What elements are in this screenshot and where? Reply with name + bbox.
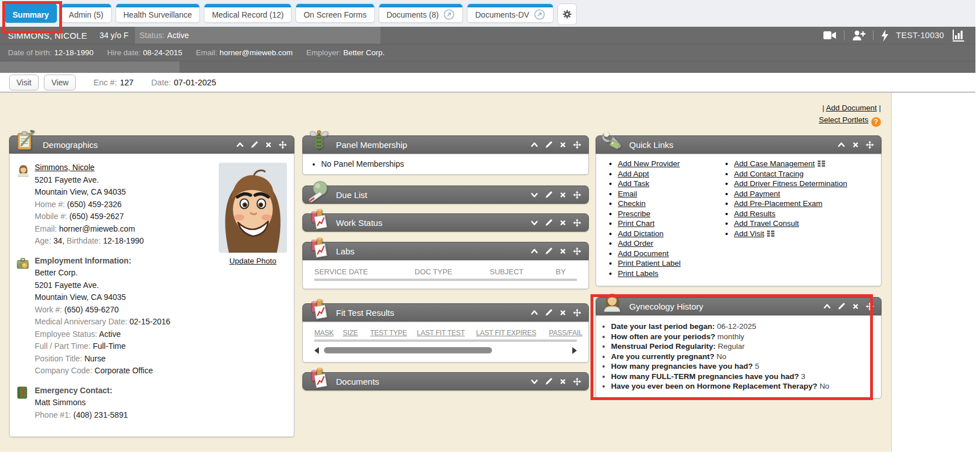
quick-link[interactable]: Add Appt bbox=[618, 169, 716, 179]
edit-icon[interactable] bbox=[544, 247, 553, 256]
close-icon[interactable] bbox=[559, 141, 567, 149]
close-icon[interactable] bbox=[559, 308, 567, 317]
close-icon[interactable] bbox=[851, 302, 860, 311]
quick-link[interactable]: Add New Provider bbox=[618, 159, 716, 169]
scroll-left-arrow[interactable] bbox=[314, 347, 319, 354]
portlet-work-status-header[interactable]: Work Status bbox=[302, 213, 589, 232]
quick-link[interactable]: Add Case Management bbox=[734, 159, 847, 169]
expand-icon[interactable] bbox=[530, 219, 539, 227]
edit-icon[interactable] bbox=[837, 302, 846, 311]
video-call-icon[interactable] bbox=[823, 30, 837, 40]
flowsheet-chart-icon[interactable] bbox=[952, 30, 965, 42]
close-icon[interactable] bbox=[559, 219, 567, 227]
close-icon[interactable] bbox=[559, 247, 567, 256]
quick-link[interactable]: Add Pre-Placement Exam bbox=[734, 199, 847, 209]
edit-icon[interactable] bbox=[544, 219, 553, 227]
quick-link[interactable]: Add Task bbox=[618, 179, 716, 189]
chart-document-icon bbox=[307, 207, 331, 231]
caduceus-icon bbox=[307, 129, 331, 153]
move-icon[interactable] bbox=[866, 302, 874, 311]
move-icon[interactable] bbox=[573, 247, 581, 256]
quick-link[interactable]: Print Patient Label bbox=[618, 258, 716, 269]
tab-health-surveillance[interactable]: Health Surveillance bbox=[116, 3, 200, 23]
edit-icon[interactable] bbox=[544, 377, 553, 386]
edit-icon[interactable] bbox=[544, 141, 553, 149]
quick-action-bolt-icon[interactable] bbox=[881, 30, 889, 42]
tab-summary[interactable]: Summary bbox=[5, 3, 57, 23]
quick-link[interactable]: Add Order bbox=[618, 238, 716, 249]
portlet-labs-header[interactable]: Labs bbox=[302, 242, 589, 260]
portlet-documents-header[interactable]: Documents bbox=[302, 372, 589, 390]
move-icon[interactable] bbox=[573, 141, 581, 149]
close-icon[interactable] bbox=[264, 141, 273, 149]
scrollbar-thumb[interactable] bbox=[324, 347, 492, 353]
quick-link[interactable]: Checkin bbox=[618, 199, 716, 209]
fit-col-last-fit-expires[interactable]: LAST FIT EXPIRES bbox=[476, 329, 549, 337]
move-icon[interactable] bbox=[278, 141, 287, 149]
fit-col-mask[interactable]: MASK bbox=[314, 329, 343, 337]
help-icon[interactable]: ? bbox=[871, 117, 881, 127]
open-new-window-icon[interactable] bbox=[534, 9, 546, 20]
quick-link[interactable]: Add Results bbox=[734, 209, 847, 219]
fit-col-last-fit-test[interactable]: LAST FIT TEST bbox=[417, 329, 476, 337]
quick-link[interactable]: Print Chart bbox=[618, 219, 716, 229]
update-photo-link[interactable]: Update Photo bbox=[229, 257, 277, 265]
quick-link[interactable]: Print Labels bbox=[618, 269, 716, 279]
quick-link[interactable]: Add Document bbox=[618, 249, 716, 259]
tab-on-screen-forms[interactable]: On Screen Forms bbox=[296, 3, 374, 23]
close-icon[interactable] bbox=[559, 191, 567, 199]
woman-icon bbox=[600, 291, 624, 315]
collapse-icon[interactable] bbox=[837, 141, 846, 149]
quick-link[interactable]: Email bbox=[618, 189, 716, 199]
open-new-window-icon[interactable] bbox=[443, 9, 455, 20]
quick-link[interactable]: Add Payment bbox=[734, 189, 847, 199]
collapse-icon[interactable] bbox=[236, 141, 244, 149]
fit-col-test-type[interactable]: TEST TYPE bbox=[370, 329, 417, 337]
move-icon[interactable] bbox=[573, 308, 581, 317]
collapse-icon[interactable] bbox=[530, 308, 539, 317]
tab-medical-record[interactable]: Medical Record (12) bbox=[204, 3, 292, 23]
patient-name-link[interactable]: Simmons, Nicole bbox=[35, 163, 95, 172]
tab-documents-dv[interactable]: Documents-DV bbox=[467, 3, 553, 23]
move-icon[interactable] bbox=[573, 191, 581, 199]
move-icon[interactable] bbox=[866, 141, 874, 149]
expand-icon[interactable] bbox=[530, 191, 539, 199]
visit-button[interactable]: Visit bbox=[9, 75, 39, 90]
portlet-quick-links-header[interactable]: Quick Links bbox=[596, 135, 881, 154]
edit-icon[interactable] bbox=[544, 191, 553, 199]
portlet-due-list-header[interactable]: Due List bbox=[302, 186, 589, 204]
close-icon[interactable] bbox=[851, 141, 860, 149]
select-portlets-link[interactable]: Select Portlets bbox=[819, 116, 868, 124]
expand-icon[interactable] bbox=[530, 377, 539, 386]
tab-admin[interactable]: Admin (5) bbox=[61, 3, 112, 23]
scroll-right-arrow[interactable] bbox=[572, 347, 577, 354]
collapse-icon[interactable] bbox=[530, 247, 539, 256]
tab-documents[interactable]: Documents (8) bbox=[379, 3, 464, 23]
email-line: Email: horner@mieweb.com bbox=[35, 223, 144, 236]
move-icon[interactable] bbox=[573, 377, 581, 386]
quick-link[interactable]: Add Travel Consult bbox=[734, 219, 847, 229]
portlet-fit-test-header[interactable]: Fit Test Results bbox=[302, 303, 589, 322]
move-icon[interactable] bbox=[573, 219, 581, 227]
portlet-panel-membership-header[interactable]: Panel Membership bbox=[302, 135, 589, 154]
portlet-demographics-header[interactable]: Demographics bbox=[9, 135, 294, 154]
edit-icon[interactable] bbox=[544, 308, 553, 317]
quick-link[interactable]: Add Dictation bbox=[618, 229, 716, 239]
portlet-gynecology-header[interactable]: Gynecology History bbox=[596, 297, 881, 315]
quick-link[interactable]: Add Visit bbox=[734, 229, 847, 239]
quick-link[interactable]: Add Contact Tracing bbox=[734, 169, 847, 179]
view-button[interactable]: View bbox=[44, 75, 76, 90]
quick-link[interactable]: Add Driver Fitness Determination bbox=[734, 179, 847, 189]
quick-link[interactable]: Prescribe bbox=[618, 209, 716, 219]
patient-name: SIMMONS, NICOLE bbox=[8, 31, 87, 40]
add-document-link[interactable]: Add Document bbox=[826, 104, 876, 112]
fit-col-pass-fail[interactable]: PASS/FAIL bbox=[549, 329, 583, 337]
horizontal-scrollbar[interactable] bbox=[314, 347, 577, 354]
collapse-icon[interactable] bbox=[530, 141, 539, 149]
collapse-icon[interactable] bbox=[823, 302, 831, 311]
close-icon[interactable] bbox=[559, 377, 567, 386]
tab-settings-button[interactable] bbox=[557, 3, 577, 25]
fit-col-size[interactable]: SIZE bbox=[343, 329, 370, 337]
edit-icon[interactable] bbox=[250, 141, 259, 149]
add-user-icon[interactable] bbox=[852, 30, 866, 41]
